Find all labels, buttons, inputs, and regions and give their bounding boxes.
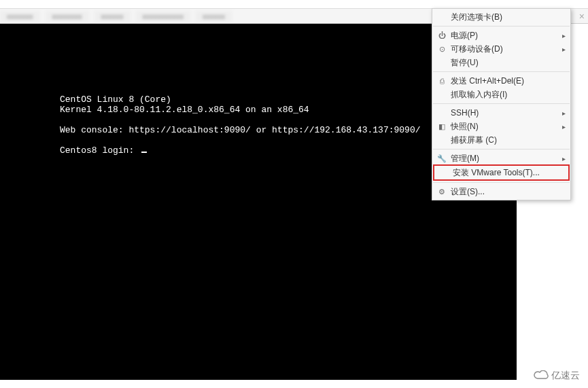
submenu-arrow-icon: ▸ <box>562 46 566 53</box>
menu-label: 安装 VMware Tools(T)... <box>451 167 564 179</box>
menu-capture-screen[interactable]: 捕获屏幕 (C) <box>432 133 570 147</box>
cursor-icon <box>141 152 147 153</box>
menu-install-vmware-tools[interactable]: 安装 VMware Tools(T)... <box>433 164 570 181</box>
menu-ssh[interactable]: SSH(H) ▸ <box>432 106 570 120</box>
watermark-text: 亿速云 <box>551 370 580 382</box>
menu-settings[interactable]: ⚙ 设置(S)... <box>432 185 570 198</box>
menu-label: 抓取输入内容(I) <box>449 89 566 101</box>
menu-label: 关闭选项卡(B) <box>449 12 566 23</box>
menu-label: SSH(H) <box>449 108 562 118</box>
usb-icon: ⊙ <box>435 45 449 54</box>
menu-separator <box>433 26 570 27</box>
vm-tab[interactable]: xxxxxxxxxxx <box>136 11 191 22</box>
menu-label: 捕获屏幕 (C) <box>449 135 566 146</box>
menu-grab-input[interactable]: 抓取输入内容(I) <box>432 88 570 101</box>
menu-send-ctrl-alt-del[interactable]: ⎙ 发送 Ctrl+Alt+Del(E) <box>432 74 570 88</box>
menu-power[interactable]: ⏻ 电源(P) ▸ <box>432 29 570 42</box>
watermark: 亿速云 <box>528 368 585 384</box>
submenu-arrow-icon: ▸ <box>562 109 566 117</box>
menu-removable-devices[interactable]: ⊙ 可移动设备(D) ▸ <box>432 42 570 56</box>
menu-snapshot[interactable]: ◧ 快照(N) ▸ <box>432 120 570 133</box>
menu-manage[interactable]: 🔧 管理(M) ▸ <box>432 152 570 165</box>
gear-icon: ⚙ <box>435 188 449 196</box>
vm-tab[interactable]: xxxxxx <box>196 11 232 22</box>
menu-label: 可移动设备(D) <box>449 43 562 55</box>
vm-tab[interactable]: xxxxxxxx <box>46 11 89 22</box>
submenu-arrow-icon: ▸ <box>562 32 566 39</box>
menu-close-tab[interactable]: 关闭选项卡(B) <box>432 10 570 24</box>
submenu-arrow-icon: ▸ <box>562 155 566 162</box>
cloud-icon <box>534 370 549 382</box>
menu-label: 暂停(U) <box>449 57 566 69</box>
menu-pause[interactable]: 暂停(U) <box>432 56 570 69</box>
menu-separator <box>433 103 570 104</box>
vm-tab[interactable]: xxxxxxx <box>0 11 40 22</box>
snapshot-icon: ◧ <box>435 122 449 131</box>
menu-label: 快照(N) <box>449 121 562 133</box>
tab-close-button[interactable]: × <box>579 11 585 22</box>
submenu-arrow-icon: ▸ <box>562 123 566 130</box>
wrench-icon: 🔧 <box>435 154 449 163</box>
power-icon: ⏻ <box>435 31 449 39</box>
menu-label: 管理(M) <box>449 153 562 164</box>
send-keys-icon: ⎙ <box>435 77 449 85</box>
vm-tab[interactable]: xxxxxx <box>94 11 131 22</box>
menu-label: 设置(S)... <box>449 186 566 198</box>
context-menu: 关闭选项卡(B) ⏻ 电源(P) ▸ ⊙ 可移动设备(D) ▸ 暂停(U) ⎙ … <box>432 8 571 200</box>
menu-label: 发送 Ctrl+Alt+Del(E) <box>449 75 566 87</box>
menu-label: 电源(P) <box>449 30 562 41</box>
menu-separator <box>433 149 570 149</box>
menu-separator <box>433 182 570 183</box>
menu-separator <box>433 71 570 72</box>
